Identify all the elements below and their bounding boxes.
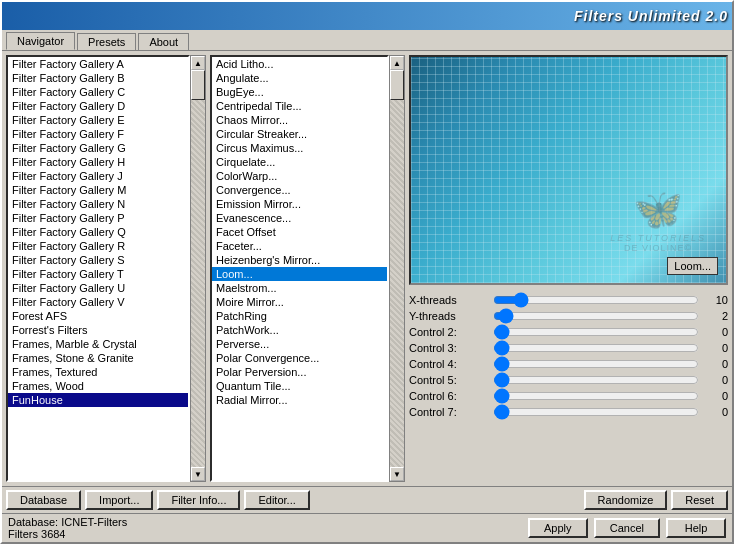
category-item[interactable]: Frames, Textured bbox=[8, 365, 188, 379]
category-item[interactable]: Forrest's Filters bbox=[8, 323, 188, 337]
param-slider[interactable] bbox=[493, 405, 699, 419]
reset-button[interactable]: Reset bbox=[671, 490, 728, 510]
category-item[interactable]: Filter Factory Gallery U bbox=[8, 281, 188, 295]
tabs-row: Navigator Presets About bbox=[2, 30, 732, 50]
param-slider[interactable] bbox=[493, 293, 699, 307]
editor-button[interactable]: Editor... bbox=[244, 490, 309, 510]
category-list[interactable]: Filter Factory Gallery AFilter Factory G… bbox=[6, 55, 190, 482]
param-value: 0 bbox=[703, 342, 728, 354]
category-item[interactable]: Frames, Marble & Crystal bbox=[8, 337, 188, 351]
filter-item[interactable]: ColorWarp... bbox=[212, 169, 387, 183]
cancel-button[interactable]: Cancel bbox=[594, 518, 660, 538]
filter-item[interactable]: Polar Perversion... bbox=[212, 365, 387, 379]
filter-item[interactable]: Angulate... bbox=[212, 71, 387, 85]
scroll-up-btn[interactable]: ▲ bbox=[191, 56, 205, 70]
filter-item[interactable]: Circus Maximus... bbox=[212, 141, 387, 155]
tab-navigator[interactable]: Navigator bbox=[6, 32, 75, 50]
category-item[interactable]: Filter Factory Gallery G bbox=[8, 141, 188, 155]
filter-list[interactable]: Acid Litho...Angulate...BugEye...Centrip… bbox=[210, 55, 389, 482]
filter-item[interactable]: Quantum Tile... bbox=[212, 379, 387, 393]
category-item[interactable]: Filter Factory Gallery V bbox=[8, 295, 188, 309]
filter-item[interactable]: Evanescence... bbox=[212, 211, 387, 225]
category-item[interactable]: Forest AFS bbox=[8, 309, 188, 323]
category-item[interactable]: Filter Factory Gallery J bbox=[8, 169, 188, 183]
database-button[interactable]: Database bbox=[6, 490, 81, 510]
toolbar: Database Import... Filter Info... Editor… bbox=[2, 486, 732, 513]
param-slider[interactable] bbox=[493, 341, 699, 355]
param-slider[interactable] bbox=[493, 325, 699, 339]
category-item[interactable]: Filter Factory Gallery M bbox=[8, 183, 188, 197]
filter-item[interactable]: Acid Litho... bbox=[212, 57, 387, 71]
filter-item[interactable]: Loom... bbox=[212, 267, 387, 281]
tab-presets[interactable]: Presets bbox=[77, 33, 136, 50]
filter-item[interactable]: Heizenberg's Mirror... bbox=[212, 253, 387, 267]
filter-item[interactable]: Chaos Mirror... bbox=[212, 113, 387, 127]
category-item[interactable]: Filter Factory Gallery N bbox=[8, 197, 188, 211]
category-item[interactable]: Filter Factory Gallery D bbox=[8, 99, 188, 113]
filter-item[interactable]: BugEye... bbox=[212, 85, 387, 99]
filter-scrollbar[interactable]: ▲ ▼ bbox=[389, 55, 405, 482]
category-item[interactable]: Filter Factory Gallery P bbox=[8, 211, 188, 225]
category-item[interactable]: FunHouse bbox=[8, 393, 188, 407]
param-value: 10 bbox=[703, 294, 728, 306]
category-item[interactable]: Filter Factory Gallery A bbox=[8, 57, 188, 71]
randomize-button[interactable]: Randomize bbox=[584, 490, 668, 510]
category-item[interactable]: Filter Factory Gallery C bbox=[8, 85, 188, 99]
category-item[interactable]: Filter Factory Gallery E bbox=[8, 113, 188, 127]
category-item[interactable]: Filter Factory Gallery S bbox=[8, 253, 188, 267]
scroll-thumb[interactable] bbox=[191, 70, 205, 100]
param-slider[interactable] bbox=[493, 389, 699, 403]
category-item[interactable]: Filter Factory Gallery Q bbox=[8, 225, 188, 239]
filter-scroll-thumb[interactable] bbox=[390, 70, 404, 100]
filter-item[interactable]: Circular Streaker... bbox=[212, 127, 387, 141]
watermark-butterfly-icon: 🦋 bbox=[633, 186, 683, 233]
params-area: X-threads10Y-threads2Control 2:0Control … bbox=[409, 289, 728, 423]
filter-item[interactable]: Moire Mirror... bbox=[212, 295, 387, 309]
category-item[interactable]: Filter Factory Gallery R bbox=[8, 239, 188, 253]
filter-item[interactable]: Facet Offset bbox=[212, 225, 387, 239]
category-scrollbar[interactable]: ▲ ▼ bbox=[190, 55, 206, 482]
category-item[interactable]: Frames, Wood bbox=[8, 379, 188, 393]
filter-item[interactable]: PatchRing bbox=[212, 309, 387, 323]
param-slider[interactable] bbox=[493, 357, 699, 371]
filter-item[interactable]: PatchWork... bbox=[212, 323, 387, 337]
param-slider[interactable] bbox=[493, 373, 699, 387]
param-value: 2 bbox=[703, 310, 728, 322]
filter-item[interactable]: Cirquelate... bbox=[212, 155, 387, 169]
category-item[interactable]: Filter Factory Gallery T bbox=[8, 267, 188, 281]
filter-item[interactable]: Convergence... bbox=[212, 183, 387, 197]
param-label: Control 3: bbox=[409, 342, 489, 354]
category-item[interactable]: Filter Factory Gallery F bbox=[8, 127, 188, 141]
filter-item[interactable]: Polar Convergence... bbox=[212, 351, 387, 365]
filter-item[interactable]: Maelstrom... bbox=[212, 281, 387, 295]
param-label: Control 4: bbox=[409, 358, 489, 370]
category-item[interactable]: Filter Factory Gallery B bbox=[8, 71, 188, 85]
filter-item[interactable]: Radial Mirror... bbox=[212, 393, 387, 407]
filter-info-button[interactable]: Filter Info... bbox=[157, 490, 240, 510]
category-panel: Filter Factory Gallery AFilter Factory G… bbox=[6, 55, 206, 482]
param-label: Control 5: bbox=[409, 374, 489, 386]
scroll-down-btn[interactable]: ▼ bbox=[191, 467, 205, 481]
help-button[interactable]: Help bbox=[666, 518, 726, 538]
param-label: Y-threads bbox=[409, 310, 489, 322]
param-slider[interactable] bbox=[493, 309, 699, 323]
import-button[interactable]: Import... bbox=[85, 490, 153, 510]
tab-about[interactable]: About bbox=[138, 33, 189, 50]
param-value: 0 bbox=[703, 390, 728, 402]
param-label: Control 2: bbox=[409, 326, 489, 338]
filter-item[interactable]: Emission Mirror... bbox=[212, 197, 387, 211]
watermark-text2: DE VIOLINE© bbox=[624, 243, 692, 253]
param-label: Control 7: bbox=[409, 406, 489, 418]
param-row: Control 5:0 bbox=[409, 373, 728, 387]
filter-item[interactable]: Faceter... bbox=[212, 239, 387, 253]
category-item[interactable]: Frames, Stone & Granite bbox=[8, 351, 188, 365]
apply-button[interactable]: Apply bbox=[528, 518, 588, 538]
status-info: Database: ICNET-Filters Filters 3684 bbox=[8, 516, 127, 540]
database-value: ICNET-Filters bbox=[61, 516, 127, 528]
filter-item[interactable]: Perverse... bbox=[212, 337, 387, 351]
param-label: X-threads bbox=[409, 294, 489, 306]
filter-item[interactable]: Centripedal Tile... bbox=[212, 99, 387, 113]
filter-scroll-down-btn[interactable]: ▼ bbox=[390, 467, 404, 481]
filter-scroll-up-btn[interactable]: ▲ bbox=[390, 56, 404, 70]
category-item[interactable]: Filter Factory Gallery H bbox=[8, 155, 188, 169]
